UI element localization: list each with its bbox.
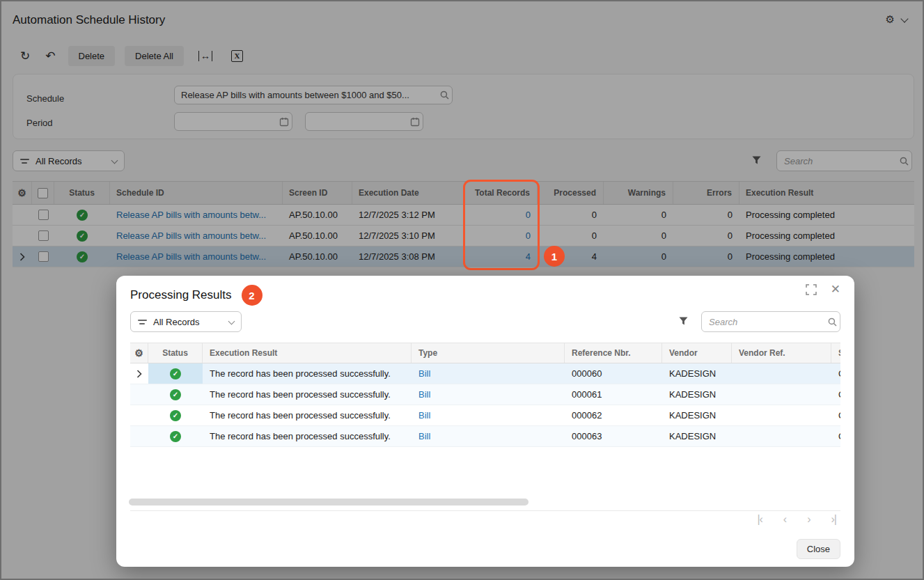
vendor-ref-cell — [732, 384, 831, 405]
dialog-title: Processing Results — [130, 288, 232, 302]
col-type[interactable]: Type — [412, 343, 565, 363]
col-status[interactable]: Status — [148, 343, 203, 363]
status-clipped-cell: Op — [831, 384, 840, 405]
last-page-icon[interactable]: ›| — [831, 513, 836, 526]
total-records-highlight-annotation — [463, 180, 540, 270]
vendor-ref-cell — [732, 426, 831, 446]
success-status-icon: ✓ — [170, 389, 181, 400]
close-icon[interactable]: ✕ — [831, 284, 840, 295]
callout-badge-2: 2 — [242, 285, 263, 306]
dialog-records-filter-dropdown[interactable]: All Records — [130, 311, 242, 332]
result-row-selected[interactable]: ✓ The record has been processed successf… — [130, 363, 840, 384]
type-link[interactable]: Bill — [418, 431, 430, 441]
type-link[interactable]: Bill — [418, 368, 430, 379]
vendor-ref-cell — [732, 363, 831, 384]
chevron-down-icon — [228, 318, 235, 324]
type-link[interactable]: Bill — [418, 389, 430, 400]
status-clipped-cell: Op — [831, 405, 840, 425]
first-page-icon[interactable]: |‹ — [757, 513, 762, 526]
prev-page-icon[interactable]: ‹ — [783, 513, 786, 526]
dialog-search-input[interactable] — [702, 317, 824, 327]
col-vendor-ref[interactable]: Vendor Ref. — [732, 343, 831, 363]
column-settings-icon[interactable]: ⚙ — [134, 347, 143, 359]
status-clipped-cell: Op — [831, 363, 840, 384]
callout-badge-1: 1 — [544, 246, 565, 267]
result-row[interactable]: ✓ The record has been processed successf… — [130, 426, 840, 447]
reference-nbr-cell: 000061 — [565, 384, 662, 405]
dialog-records-filter-label: All Records — [153, 317, 199, 327]
vendor-cell: KADESIGN — [662, 384, 732, 405]
success-status-icon: ✓ — [170, 368, 181, 379]
automation-schedule-history-screen: Automation Schedule History ⚙ ↻ ↶ Delete… — [0, 0, 924, 580]
dialog-filter-settings-icon[interactable] — [678, 316, 689, 329]
execution-result-cell: The record has been processed successful… — [203, 384, 412, 405]
vendor-ref-cell — [732, 405, 831, 425]
result-row[interactable]: ✓ The record has been processed successf… — [130, 384, 840, 405]
processing-results-dialog: Processing Results 2 ✕ All Records — [116, 276, 854, 567]
status-clipped-cell: Op — [831, 426, 840, 446]
vendor-cell: KADESIGN — [662, 426, 732, 446]
col-reference-nbr[interactable]: Reference Nbr. — [565, 343, 662, 363]
results-grid: ⚙ Status Execution Result Type Reference… — [130, 343, 840, 447]
search-icon[interactable] — [824, 318, 840, 327]
divider — [130, 510, 840, 511]
success-status-icon: ✓ — [170, 410, 181, 421]
col-execution-result[interactable]: Execution Result — [203, 343, 412, 363]
close-button[interactable]: Close — [797, 539, 840, 559]
horizontal-scrollbar[interactable] — [129, 499, 528, 505]
execution-result-cell: The record has been processed successful… — [203, 426, 412, 446]
vendor-cell: KADESIGN — [662, 405, 732, 425]
type-link[interactable]: Bill — [418, 410, 430, 421]
results-grid-header: ⚙ Status Execution Result Type Reference… — [130, 343, 840, 363]
success-status-icon: ✓ — [170, 431, 181, 442]
reference-nbr-cell: 000060 — [565, 363, 662, 384]
maximize-icon[interactable] — [806, 284, 817, 295]
reference-nbr-cell: 000063 — [565, 426, 662, 446]
pagination: |‹ ‹ › ›| — [757, 513, 836, 526]
execution-result-cell: The record has been processed successful… — [203, 405, 412, 425]
expand-row-icon[interactable] — [136, 370, 142, 378]
filter-lines-icon — [138, 320, 147, 324]
vendor-cell: KADESIGN — [662, 363, 732, 384]
dialog-search[interactable] — [701, 311, 840, 332]
execution-result-cell: The record has been processed successful… — [203, 363, 412, 384]
result-row[interactable]: ✓ The record has been processed successf… — [130, 405, 840, 426]
reference-nbr-cell: 000062 — [565, 405, 662, 425]
col-status-clipped[interactable]: St — [831, 343, 840, 363]
next-page-icon[interactable]: › — [807, 513, 810, 526]
col-vendor[interactable]: Vendor — [662, 343, 732, 363]
